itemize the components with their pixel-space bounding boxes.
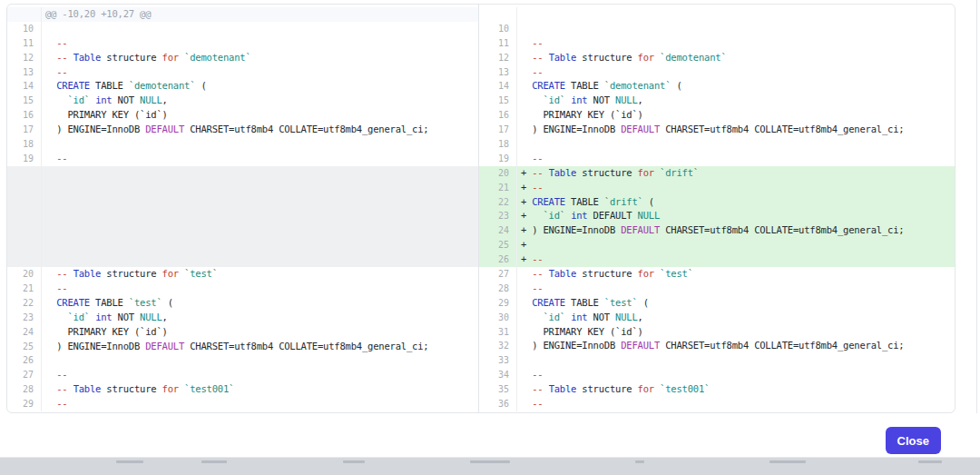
modal-footer: Close xyxy=(0,413,980,457)
code-line: ) ENGINE=InnoDB DEFAULT CHARSET=utf8mb4 … xyxy=(517,339,955,353)
diff-line: 21+ -- xyxy=(479,181,955,195)
code-line: PRIMARY KEY (`id`) xyxy=(42,108,478,123)
line-number: 20 xyxy=(7,267,42,282)
line-number: 31 xyxy=(479,325,517,340)
code-line: PRIMARY KEY (`id`) xyxy=(517,108,955,123)
hunk-header-row: @@ -10,20 +10,27 @@ xyxy=(7,7,478,22)
code-line: -- xyxy=(42,282,478,296)
code-line: -- xyxy=(517,36,955,51)
line-number: 11 xyxy=(7,36,42,51)
diff-line: 15 `id` int NOT NULL, xyxy=(479,94,955,108)
code-line xyxy=(42,22,478,36)
line-number: 16 xyxy=(479,108,517,123)
code-line: -- xyxy=(42,65,478,80)
diff-line: 16 PRIMARY KEY (`id`) xyxy=(479,108,955,123)
diff-line: 29 CREATE TABLE `test` ( xyxy=(479,296,955,311)
line-number: 13 xyxy=(7,65,42,80)
line-number: 17 xyxy=(7,123,42,137)
code-line: CREATE TABLE `test` ( xyxy=(517,296,955,311)
diff-pane-new: 1011 --12 -- Table structure for `demote… xyxy=(479,5,955,412)
diff-line: 22 CREATE TABLE `test` ( xyxy=(7,296,478,311)
diff-line: 12 -- Table structure for `demotenant` xyxy=(479,51,955,65)
code-line: `id` int NOT NULL, xyxy=(42,94,478,108)
diff-line: 23 `id` int NOT NULL, xyxy=(7,311,478,325)
line-number: 21 xyxy=(7,282,42,296)
line-number: 19 xyxy=(479,152,517,166)
line-number: 12 xyxy=(7,51,42,65)
code-line: -- Table structure for `test` xyxy=(517,267,955,282)
code-line: -- Table structure for `demotenant` xyxy=(42,51,478,65)
line-number: 35 xyxy=(479,382,517,397)
close-button[interactable]: Close xyxy=(886,427,941,454)
diff-line: 33 xyxy=(479,353,955,368)
diff-line: 30 `id` int NOT NULL, xyxy=(479,311,955,325)
line-number: 22 xyxy=(7,296,42,311)
background-text-smudge xyxy=(470,460,510,463)
modal-right-border xyxy=(976,0,977,457)
diff-line: 14 CREATE TABLE `demotenant` ( xyxy=(479,79,955,94)
line-number: 10 xyxy=(7,22,42,36)
background-text-smudge xyxy=(635,460,644,463)
diff-viewer[interactable]: @@ -10,20 +10,27 @@1011 --12 -- Table st… xyxy=(6,4,956,413)
line-number: 15 xyxy=(7,94,42,108)
code-line: + xyxy=(517,238,955,252)
code-line: ) ENGINE=InnoDB DEFAULT CHARSET=utf8mb4 … xyxy=(42,123,478,137)
diff-line: 19 -- xyxy=(7,152,478,166)
line-number: 33 xyxy=(479,353,517,368)
code-line: PRIMARY KEY (`id`) xyxy=(517,325,955,340)
diff-line: 24 PRIMARY KEY (`id`) xyxy=(7,325,478,340)
background-text-smudge xyxy=(116,460,143,463)
diff-line: 25+ xyxy=(479,238,955,252)
code-line: + -- xyxy=(517,252,955,267)
code-line: -- xyxy=(42,397,478,411)
code-line xyxy=(42,137,478,152)
code-line: `id` int NOT NULL, xyxy=(517,94,955,108)
diff-line: 11 -- xyxy=(7,36,478,51)
code-line: CREATE TABLE `test` ( xyxy=(42,296,478,311)
diff-line: 17 ) ENGINE=InnoDB DEFAULT CHARSET=utf8m… xyxy=(479,123,955,137)
diff-line: 19 -- xyxy=(479,152,955,166)
diff-modal: @@ -10,20 +10,27 @@1011 --12 -- Table st… xyxy=(0,0,980,475)
code-line: + `id` int DEFAULT NULL xyxy=(517,209,955,223)
diff-line: 25 ) ENGINE=InnoDB DEFAULT CHARSET=utf8m… xyxy=(7,340,478,354)
code-line xyxy=(42,166,478,267)
code-line xyxy=(517,22,955,36)
line-number: 11 xyxy=(479,36,517,51)
line-number: 28 xyxy=(479,282,517,296)
line-number: 30 xyxy=(479,311,517,325)
diff-line: 31 PRIMARY KEY (`id`) xyxy=(479,325,955,340)
diff-line: 27 -- Table structure for `test` xyxy=(479,267,955,282)
diff-line: 36 -- xyxy=(479,397,955,411)
code-line xyxy=(517,137,955,152)
diff-line: 16 PRIMARY KEY (`id`) xyxy=(7,108,478,123)
diff-line: 22+ CREATE TABLE `drift` ( xyxy=(479,195,955,210)
code-line: ) ENGINE=InnoDB DEFAULT CHARSET=utf8mb4 … xyxy=(517,123,955,137)
code-line: CREATE TABLE `demotenant` ( xyxy=(517,79,955,94)
line-number: 28 xyxy=(7,382,42,397)
diff-line: 35 -- Table structure for `test001` xyxy=(479,382,955,397)
diff-line: 12 -- Table structure for `demotenant` xyxy=(7,51,478,65)
line-number: 14 xyxy=(479,79,517,94)
diff-line: 32 ) ENGINE=InnoDB DEFAULT CHARSET=utf8m… xyxy=(479,339,955,353)
code-line: + ) ENGINE=InnoDB DEFAULT CHARSET=utf8mb… xyxy=(517,223,955,238)
line-number: 12 xyxy=(479,51,517,65)
background-text-smudge xyxy=(201,460,227,463)
line-number: 32 xyxy=(479,339,517,353)
code-line xyxy=(517,7,955,22)
line-number: 20 xyxy=(479,166,517,181)
code-line: -- xyxy=(517,368,955,382)
line-number: 25 xyxy=(479,238,517,252)
code-line xyxy=(42,353,478,368)
code-line: -- Table structure for `demotenant` xyxy=(517,51,955,65)
line-number: 18 xyxy=(7,137,42,152)
line-number: 24 xyxy=(7,325,42,340)
diff-line: 24+ ) ENGINE=InnoDB DEFAULT CHARSET=utf8… xyxy=(479,223,955,238)
background-text-smudge xyxy=(769,460,806,463)
diff-line: 29 -- xyxy=(7,397,478,411)
diff-pane-old: @@ -10,20 +10,27 @@1011 --12 -- Table st… xyxy=(7,5,479,412)
line-number: 27 xyxy=(7,368,42,382)
line-number: 21 xyxy=(479,181,517,195)
diff-line: 34 -- xyxy=(479,368,955,382)
diff-line: 14 CREATE TABLE `demotenant` ( xyxy=(7,79,478,94)
code-line: -- xyxy=(42,368,478,382)
